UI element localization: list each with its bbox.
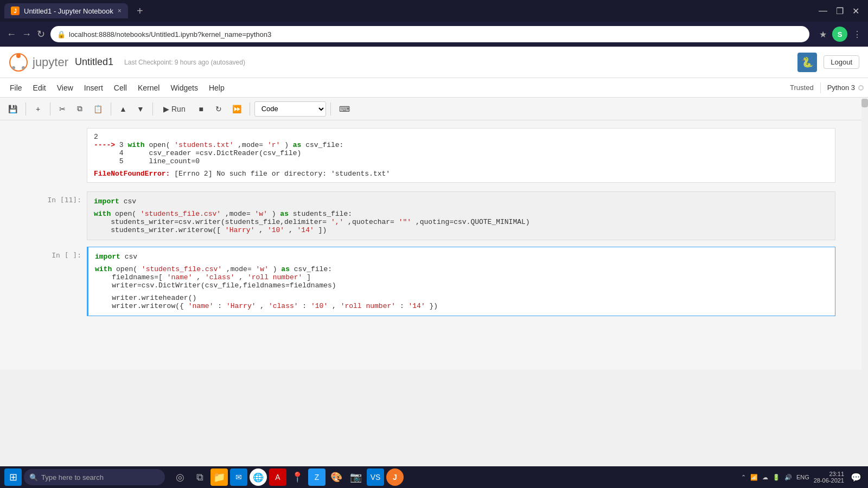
menu-kernel[interactable]: Kernel <box>132 81 165 94</box>
cell-empty-blank1 <box>95 261 828 265</box>
run-button[interactable]: ▶ Run <box>157 101 192 117</box>
paste-button[interactable]: 📋 <box>90 101 106 117</box>
copy-button[interactable]: ⧉ <box>72 101 87 117</box>
cell-empty-line1: import csv <box>95 253 828 261</box>
cell-empty-blank2 <box>95 290 828 294</box>
cell-11-line5: students_writer.writerow([ 'Harry' , '10… <box>94 226 828 234</box>
taskbar-maps[interactable]: 📍 <box>289 468 306 486</box>
address-bar[interactable]: 🔒 localhost:8888/notebooks/Untitled1.ipy… <box>50 26 809 42</box>
traceback-line2: 2 <box>94 133 828 141</box>
cell-empty-line4: fieldnames=[ 'name' , 'class' , 'roll nu… <box>95 273 828 281</box>
logout-button[interactable]: Logout <box>824 55 859 69</box>
taskbar-search-placeholder: Type here to search <box>41 473 104 481</box>
jupyter-logo: jupyter <box>9 53 68 72</box>
toolbar-sep-3 <box>111 102 111 115</box>
jupyter-header-right: 🐍 Logout <box>797 53 859 72</box>
tray-volume[interactable]: 🔊 <box>784 474 792 481</box>
add-cell-button[interactable]: + <box>30 101 46 117</box>
traceback-line4: 4 csv_reader =csv.DictReader(csv_file) <box>94 149 828 157</box>
menu-file[interactable]: File <box>4 81 28 94</box>
menu-view[interactable]: View <box>52 81 79 94</box>
svg-point-1 <box>16 54 21 58</box>
menu-edit[interactable]: Edit <box>28 81 52 94</box>
tray-cloud: ☁ <box>762 474 768 481</box>
taskbar-jupyter-icon[interactable]: J <box>386 468 404 486</box>
tray-battery: 🔋 <box>773 474 780 481</box>
svg-point-2 <box>22 66 25 69</box>
checkpoint-info: Last Checkpoint: 9 hours ago (autosaved) <box>124 59 245 66</box>
traceback-line5: 5 line_count=0 <box>94 157 828 165</box>
forward-button[interactable]: → <box>22 29 31 40</box>
refresh-button[interactable]: ↻ <box>37 28 45 40</box>
bookmark-icon[interactable]: ★ <box>819 29 827 40</box>
browser-profile[interactable]: S <box>832 27 847 42</box>
taskbar-chrome[interactable]: 🌐 <box>250 468 267 486</box>
cell-11-line1: import csv <box>94 197 828 206</box>
taskbar-cortana[interactable]: ◎ <box>171 468 189 486</box>
error-prompt <box>33 128 87 183</box>
python-logo: 🐍 <box>797 53 817 72</box>
cut-button[interactable]: ✂ <box>55 101 70 117</box>
toolbar-sep-4 <box>152 102 153 115</box>
tray-chevron[interactable]: ⌃ <box>741 474 746 481</box>
save-button[interactable]: 💾 <box>4 101 21 117</box>
jupyter-logo-icon <box>9 53 28 72</box>
move-down-button[interactable]: ▼ <box>133 101 148 117</box>
start-button[interactable]: ⊞ <box>4 468 22 486</box>
browser-menu-icon[interactable]: ⋮ <box>853 29 861 40</box>
taskbar-search[interactable]: 🔍 Type here to search <box>24 469 165 485</box>
menu-bar: File Edit View Insert Cell Kernel Widget… <box>0 78 868 98</box>
maximize-button[interactable]: ❐ <box>836 6 844 16</box>
cell-11-content[interactable]: import csv with open( 'students_file.csv… <box>87 191 835 240</box>
taskbar-vscode[interactable]: VS <box>367 468 384 486</box>
cell-empty[interactable]: In [ ]: import csv with open( 'students_… <box>33 247 835 316</box>
taskbar-task-view[interactable]: ⧉ <box>191 468 208 486</box>
cell-type-select[interactable]: Code Markdown Raw NBConvert <box>254 101 326 117</box>
restart-run-button[interactable]: ⏩ <box>228 101 245 117</box>
cell-empty-line7: writer.writeheader() <box>95 294 828 302</box>
notebook-title[interactable]: Untitled1 <box>75 56 113 68</box>
new-tab-button[interactable]: + <box>132 3 148 18</box>
cell-11[interactable]: In [11]: import csv with open( 'students… <box>33 191 835 240</box>
taskbar-unk1[interactable]: 🎨 <box>328 468 345 486</box>
cell-empty-line3: with open( 'students_file.csv' ,mode= 'w… <box>95 265 828 273</box>
error-section: 2 ----> 3 with open( 'students.txt' ,mod… <box>0 126 868 183</box>
keyboard-shortcuts-button[interactable]: ⌨ <box>335 101 354 117</box>
cell-11-prompt: In [11]: <box>33 191 87 240</box>
jupyter-logo-text: jupyter <box>33 55 68 69</box>
notebook-area[interactable]: 2 ----> 3 with open( 'students.txt' ,mod… <box>0 120 868 370</box>
menu-widgets[interactable]: Widgets <box>165 81 203 94</box>
close-button[interactable]: ✕ <box>852 6 859 16</box>
tab-close-button[interactable]: × <box>118 7 122 15</box>
taskbar-mail[interactable]: ✉ <box>230 468 247 486</box>
menu-cell[interactable]: Cell <box>108 81 132 94</box>
taskbar-clock: 23:11 28-06-2021 <box>814 471 844 484</box>
kernel-status-circle <box>858 85 864 91</box>
cell-11-container: In [11]: import csv with open( 'students… <box>0 191 868 240</box>
taskbar-acrobat[interactable]: A <box>269 468 286 486</box>
back-button[interactable]: ← <box>7 29 16 40</box>
notebook-bottom-pad <box>0 318 868 351</box>
menu-help[interactable]: Help <box>203 81 230 94</box>
error-message: FileNotFoundError: [Errno 2] No such fil… <box>94 170 828 178</box>
move-up-button[interactable]: ▲ <box>116 101 131 117</box>
toolbar-sep-5 <box>250 102 250 115</box>
error-type: FileNotFoundError: <box>94 170 170 178</box>
toolbar: 💾 + ✂ ⧉ 📋 ▲ ▼ ▶ Run ■ ↻ ⏩ Code Markdown … <box>0 98 868 120</box>
taskbar-unk2[interactable]: 📷 <box>347 468 365 486</box>
browser-nav-bar: ← → ↻ 🔒 localhost:8888/notebooks/Untitle… <box>0 22 868 47</box>
taskbar-explorer[interactable]: 📁 <box>210 468 228 486</box>
cell-empty-container: In [ ]: import csv with open( 'students_… <box>0 247 868 316</box>
taskbar-zoom[interactable]: Z <box>308 468 326 486</box>
scrollbar-thumb[interactable] <box>861 99 868 107</box>
notification-center[interactable]: 💬 <box>848 470 864 485</box>
toolbar-sep-1 <box>25 102 26 115</box>
error-text: [Errno 2] No such file or directory: 'st… <box>174 170 390 178</box>
cell-empty-content[interactable]: import csv with open( 'students_file.csv… <box>87 247 835 316</box>
restart-button[interactable]: ↻ <box>211 101 226 117</box>
minimize-button[interactable]: — <box>819 6 827 16</box>
taskbar: ⊞ 🔍 Type here to search ◎ ⧉ 📁 ✉ 🌐 A 📍 Z … <box>0 466 868 488</box>
menu-insert[interactable]: Insert <box>79 81 108 94</box>
browser-tab[interactable]: J Untitled1 - Jupyter Notebook × <box>4 3 128 18</box>
stop-button[interactable]: ■ <box>194 101 209 117</box>
